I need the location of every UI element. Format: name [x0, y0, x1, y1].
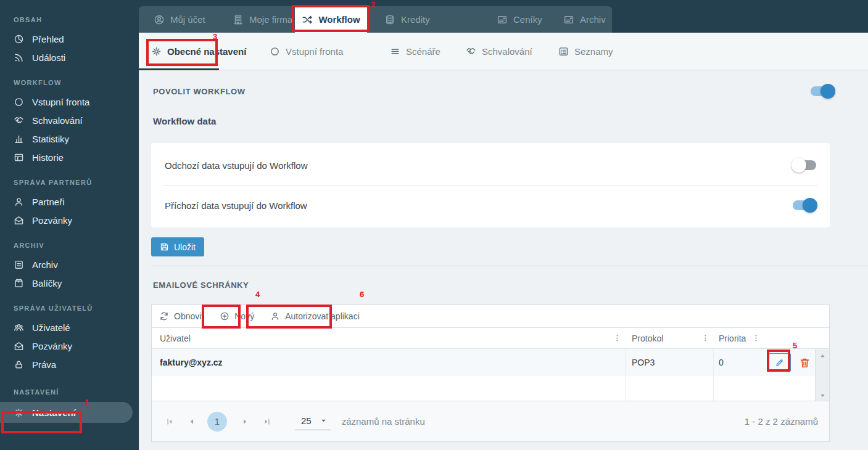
table-scrollbar[interactable]	[815, 350, 829, 402]
sidebar-item-archiv[interactable]: Archiv	[0, 255, 139, 274]
tab-ceniky[interactable]: Ceníky	[490, 6, 548, 33]
setting-label: Odchozí data vstupují do Workflow	[165, 160, 308, 171]
sidebar-item-statistiky[interactable]: Statistiky	[0, 129, 139, 148]
last-page-button[interactable]	[263, 417, 271, 426]
tab-label: Moje firma	[249, 14, 292, 25]
sidebar: OBSAH Přehled Události WORKFLOW Vstupní …	[0, 0, 139, 450]
sidebar-section-archiv: ARCHIV	[0, 242, 139, 249]
sidebar-item-prehled[interactable]: Přehled	[0, 30, 139, 48]
sidebar-item-label: Schvalování	[32, 115, 83, 126]
sidebar-item-label: Statistiky	[32, 134, 69, 144]
first-page-button[interactable]	[165, 417, 174, 426]
tab-workflow[interactable]: Workflow	[295, 6, 367, 33]
refresh-button[interactable]: Obnovit	[159, 311, 204, 321]
column-menu-icon[interactable]	[701, 333, 710, 343]
sidebar-item-label: Vstupní fronta	[32, 97, 89, 107]
tab-moje-firma[interactable]: Moje firma	[226, 6, 299, 33]
circle-icon	[270, 46, 280, 57]
table-row[interactable]: faktury@xyz.cz POP3 0	[152, 349, 829, 376]
sidebar-item-vstupni-fronta[interactable]: Vstupní fronta	[0, 92, 139, 111]
subtab-seznamy[interactable]: Seznamy	[558, 33, 613, 70]
building-icon	[233, 14, 244, 25]
sidebar-item-label: Uživatelé	[32, 322, 70, 333]
column-menu-icon[interactable]	[613, 333, 622, 343]
column-menu-icon[interactable]	[751, 333, 761, 343]
tab-kredity[interactable]: Kredity	[378, 6, 436, 33]
sidebar-item-label: Balíčky	[32, 278, 62, 288]
top-tabstrip: Můj účet Moje firma Workflow Kredity Cen…	[139, 6, 612, 33]
plus-circle-icon	[220, 311, 229, 321]
lock-icon	[14, 359, 24, 370]
sidebar-item-prava[interactable]: Práva	[0, 355, 139, 374]
subtab-scenare[interactable]: Scénáře	[390, 33, 440, 70]
sidebar-item-partneri[interactable]: Partneři	[0, 192, 139, 211]
column-header-protokol: Protokol	[626, 328, 714, 348]
setting-row-prichozi: Příchozí data vstupují do Workflow	[151, 186, 830, 225]
save-button-label: Uložit	[174, 242, 196, 252]
floppy-icon	[160, 242, 169, 252]
delete-button[interactable]	[799, 357, 811, 369]
sidebar-item-label: Přehled	[32, 34, 64, 44]
section-divider	[151, 266, 868, 266]
toggle-knob	[792, 158, 806, 173]
sidebar-section-sprava-uzivatelu: SPRÁVA UŽIVATELŮ	[0, 305, 139, 312]
setting-row-odchozi: Odchozí data vstupují do Workflow	[151, 145, 830, 185]
next-page-button[interactable]	[241, 417, 249, 426]
authorize-app-button[interactable]: Autorizovat aplikaci	[270, 311, 360, 321]
toolbar-button-label: Obnovit	[174, 311, 204, 321]
tab-label: Kredity	[401, 14, 430, 25]
toolbar-button-label: Autorizovat aplikaci	[285, 311, 360, 321]
subtab-schvalovani[interactable]: Schvalování	[466, 33, 532, 70]
package-icon	[14, 278, 24, 288]
active-tab-underline	[139, 68, 219, 70]
last-page-icon	[263, 417, 271, 426]
column-header-uzivatel: Uživatel	[152, 328, 626, 348]
pencil-icon	[775, 358, 785, 367]
prichozi-data-toggle[interactable]	[793, 200, 816, 210]
sidebar-item-label: Archiv	[32, 260, 58, 270]
sidebar-item-label: Události	[32, 52, 65, 63]
tab-label: Workflow	[318, 14, 360, 25]
grid-header-row: Uživatel Protokol Priorita	[152, 328, 829, 349]
page-number-button[interactable]: 1	[207, 412, 227, 432]
sidebar-item-label: Pozvánky	[32, 215, 72, 226]
odchozi-data-toggle[interactable]	[793, 160, 816, 170]
pie-chart-icon	[14, 34, 24, 44]
sidebar-item-historie[interactable]: Historie	[0, 148, 139, 166]
archive-icon	[14, 260, 24, 270]
sidebar-section-sprava-partneru: SPRÁVA PARTNERŮ	[0, 179, 139, 186]
sidebar-item-label: Historie	[32, 152, 64, 163]
edit-button[interactable]	[769, 353, 791, 372]
scroll-down-icon[interactable]	[819, 392, 826, 399]
empty-table-row	[152, 376, 829, 401]
subtab-vstupni-fronta[interactable]: Vstupní fronta	[270, 33, 343, 70]
page-size-label: záznamů na stránku	[342, 416, 425, 427]
toolbar-button-label: Nový	[234, 311, 254, 321]
prev-page-button[interactable]	[188, 417, 196, 426]
toggle-knob	[820, 84, 835, 99]
tab-muj-ucet[interactable]: Můj účet	[147, 6, 212, 33]
new-button[interactable]: Nový	[220, 311, 254, 321]
povolit-workflow-toggle[interactable]	[811, 86, 834, 96]
column-header-priorita: Priorita	[714, 328, 764, 348]
sidebar-item-udalosti[interactable]: Události	[0, 48, 139, 67]
scroll-up-icon[interactable]	[819, 353, 826, 359]
toggle-knob	[803, 198, 817, 213]
sidebar-item-pozvanky-partneri[interactable]: Pozvánky	[0, 211, 139, 229]
app-window: OBSAH Přehled Události WORKFLOW Vstupní …	[0, 0, 868, 450]
sidebar-item-label: Nastavení	[32, 407, 76, 418]
sidebar-item-schvalovani[interactable]: Schvalování	[0, 111, 139, 129]
povolit-workflow-label: POVOLIT WORKFLOW	[153, 87, 246, 96]
sidebar-section-workflow: WORKFLOW	[0, 79, 139, 86]
cell-priorita: 0	[714, 349, 764, 376]
sidebar-item-pozvanky-uzivatele[interactable]: Pozvánky	[0, 337, 139, 355]
sidebar-item-nastaveni[interactable]: Nastavení	[0, 402, 133, 423]
sidebar-item-uzivatele[interactable]: Uživatelé	[0, 318, 139, 337]
sidebar-item-balicky[interactable]: Balíčky	[0, 274, 139, 292]
tab-archiv[interactable]: Archiv	[557, 6, 612, 33]
page-size-select[interactable]: 25	[295, 413, 331, 430]
bar-chart-icon	[14, 134, 24, 144]
card-icon	[497, 14, 508, 25]
subtab-obecne-nastaveni[interactable]: Obecné nastavení	[151, 33, 246, 70]
save-button[interactable]: Uložit	[151, 237, 204, 256]
